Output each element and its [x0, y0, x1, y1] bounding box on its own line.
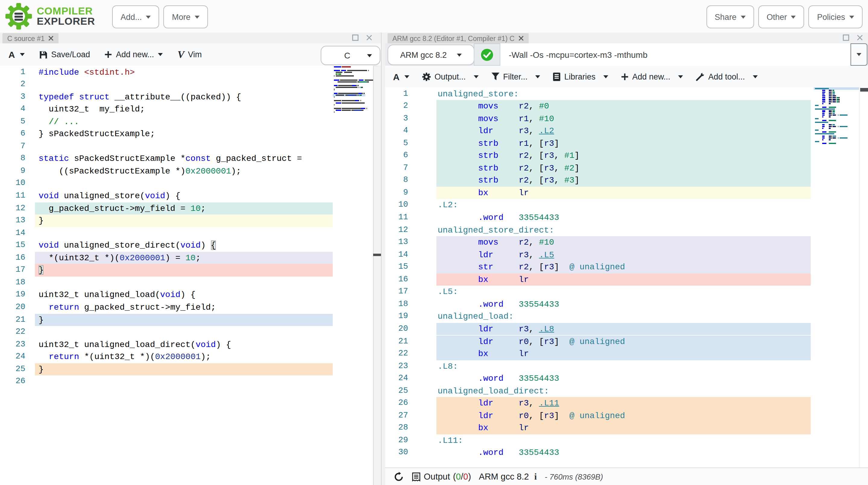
line-number: 13 — [385, 236, 408, 249]
code-line[interactable]: 5 // ... — [0, 116, 373, 128]
logo: COMPILER EXPLORER — [5, 2, 95, 30]
code-line[interactable]: 16 *(uint32_t *)(0x2000001) = 10; — [0, 252, 373, 264]
policies-button[interactable]: Policies — [809, 5, 863, 28]
close-icon[interactable] — [48, 36, 54, 41]
code-line[interactable]: 23uint32_t unaligned_load_direct(void) { — [0, 338, 373, 351]
asm-line[interactable]: 25unaligned_load_direct: — [385, 385, 868, 397]
save-load-button[interactable]: Save/Load — [39, 50, 90, 59]
line-number: 7 — [0, 140, 25, 153]
asm-line[interactable]: 6 strb r2, [r3, #1] — [385, 150, 868, 162]
libraries-button[interactable]: Libraries — [553, 72, 608, 81]
close-icon[interactable] — [857, 34, 863, 41]
code-line[interactable]: 3typedef struct __attribute__((packed)) … — [0, 91, 373, 103]
asm-line[interactable]: 14 ldr r3, .L5 — [385, 249, 868, 261]
code-line[interactable]: 9 ((sPackedStructExample *)0x2000001); — [0, 165, 373, 177]
asm-minimap[interactable] — [814, 87, 859, 148]
asm-line[interactable]: 17.L5: — [385, 286, 868, 298]
asm-line[interactable]: 24 .word 33554433 — [385, 372, 868, 385]
code-line[interactable]: 12 g_packed_struct->my_field = 10; — [0, 202, 373, 215]
asm-line[interactable]: 10.L2: — [385, 199, 868, 212]
font-size-button[interactable]: A — [393, 71, 409, 82]
code-line[interactable]: 25} — [0, 363, 373, 375]
vim-toggle-button[interactable]: V Vim — [178, 48, 202, 61]
compiler-select[interactable]: ARM gcc 8.2 — [388, 44, 474, 65]
asm-line[interactable]: 27 ldr r0, [r3] @ unaligned — [385, 410, 868, 422]
asm-line[interactable]: 15 str r2, [r3] @ unaligned — [385, 261, 868, 273]
diagnostic-counts: (0/0) — [453, 472, 471, 481]
source-editor[interactable]: 1#include <stdint.h>23typedef struct __a… — [0, 66, 373, 485]
asm-line[interactable]: 11 .word 33554433 — [385, 212, 868, 224]
source-minimap[interactable] — [333, 66, 365, 119]
line-number: 10 — [385, 199, 408, 212]
tab-compiler[interactable]: ARM gcc 8.2 (Editor #1, Compiler #1) C — [388, 33, 528, 43]
asm-line[interactable]: 12unaligned_store_direct: — [385, 224, 868, 236]
asm-line[interactable]: 3 movs r1, #10 — [385, 112, 868, 125]
close-icon[interactable] — [518, 36, 524, 41]
close-icon[interactable] — [366, 34, 373, 41]
code-line[interactable]: 18 — [0, 277, 373, 289]
asm-line[interactable]: 19unaligned_load: — [385, 311, 868, 323]
asm-editor[interactable]: 1unaligned_store:2 movs r2, #03 movs r1,… — [385, 87, 868, 467]
splitter-drag-handle[interactable] — [373, 254, 381, 256]
add-tool-button[interactable]: Add tool... — [695, 72, 758, 81]
code-line[interactable]: 8static sPackedStructExample *const g_pa… — [0, 153, 373, 165]
asm-line[interactable]: 20 ldr r3, .L8 — [385, 323, 868, 335]
book-icon — [553, 72, 561, 81]
code-line[interactable]: 17} — [0, 264, 373, 277]
output-log-button[interactable]: Output (0/0) — [412, 472, 471, 481]
asm-line[interactable]: 1unaligned_store: — [385, 88, 868, 100]
line-number: 8 — [0, 153, 25, 165]
asm-line[interactable]: 22 bx lr — [385, 348, 868, 360]
code-line[interactable]: 11void unaligned_store(void) { — [0, 190, 373, 202]
chevron-down-icon — [753, 75, 758, 78]
code-line[interactable]: 6} sPackedStructExample; — [0, 128, 373, 140]
asm-line[interactable]: 9 bx lr — [385, 187, 868, 199]
code-line[interactable]: 13} — [0, 215, 373, 227]
refresh-icon[interactable] — [394, 472, 404, 482]
maximize-icon[interactable] — [843, 34, 849, 41]
code-line[interactable]: 20 return g_packed_struct->my_field; — [0, 301, 373, 314]
info-icon[interactable]: i — [534, 472, 537, 482]
filter-button[interactable]: Filter... — [491, 72, 540, 81]
code-line[interactable]: 15void unaligned_store_direct(void) { — [0, 239, 373, 252]
code-line[interactable]: 26 — [0, 376, 373, 388]
add-new-button[interactable]: Add new... — [104, 50, 163, 59]
code-line[interactable]: 22 — [0, 326, 373, 338]
asm-line[interactable]: 16 bx lr — [385, 273, 868, 286]
code-line[interactable]: 10 — [0, 177, 373, 190]
share-button[interactable]: Share — [706, 5, 754, 28]
chevron-down-icon — [535, 75, 540, 78]
asm-line[interactable]: 21 ldr r0, [r3] @ unaligned — [385, 335, 868, 348]
maximize-icon[interactable] — [352, 34, 359, 41]
asm-line[interactable]: 7 strb r2, [r3, #2] — [385, 162, 868, 174]
code-line[interactable]: 2 — [0, 78, 373, 91]
other-button[interactable]: Other — [758, 5, 804, 28]
asm-line[interactable]: 5 strb r1, [r3] — [385, 137, 868, 150]
output-options-button[interactable]: Output... — [422, 72, 478, 81]
tab-c-source[interactable]: C source #1 — [2, 33, 59, 43]
code-line[interactable]: 14 — [0, 227, 373, 239]
asm-line[interactable]: 30 .word 33554433 — [385, 447, 868, 459]
asm-line[interactable]: 4 ldr r3, .L2 — [385, 125, 868, 137]
options-dropdown-button[interactable] — [850, 43, 867, 66]
code-line[interactable]: 4 uint32_t my_field; — [0, 103, 373, 116]
asm-line[interactable]: 18 .word 33554433 — [385, 298, 868, 311]
add-new-button[interactable]: Add new... — [621, 72, 683, 81]
language-select[interactable]: C — [321, 46, 380, 65]
asm-line[interactable]: 23.L8: — [385, 360, 868, 372]
asm-line[interactable]: 29.L11: — [385, 434, 868, 447]
code-line[interactable]: 19uint32_t unaligned_load(void) { — [0, 289, 373, 301]
code-line[interactable]: 24 return *(uint32_t *)(0x2000001); — [0, 351, 373, 363]
code-line[interactable]: 1#include <stdint.h> — [0, 66, 373, 78]
font-size-button[interactable]: A — [8, 50, 25, 60]
asm-line[interactable]: 2 movs r2, #0 — [385, 100, 868, 112]
code-line[interactable]: 7 — [0, 140, 373, 153]
compiler-options-input[interactable] — [500, 43, 850, 66]
code-line[interactable]: 21} — [0, 314, 373, 326]
more-button[interactable]: More — [164, 5, 208, 28]
asm-line[interactable]: 13 movs r2, #10 — [385, 236, 868, 249]
asm-line[interactable]: 28 bx lr — [385, 422, 868, 434]
add-button[interactable]: Add... — [112, 5, 159, 28]
asm-line[interactable]: 8 strb r2, [r3, #3] — [385, 174, 868, 187]
asm-line[interactable]: 26 ldr r3, .L11 — [385, 397, 868, 410]
